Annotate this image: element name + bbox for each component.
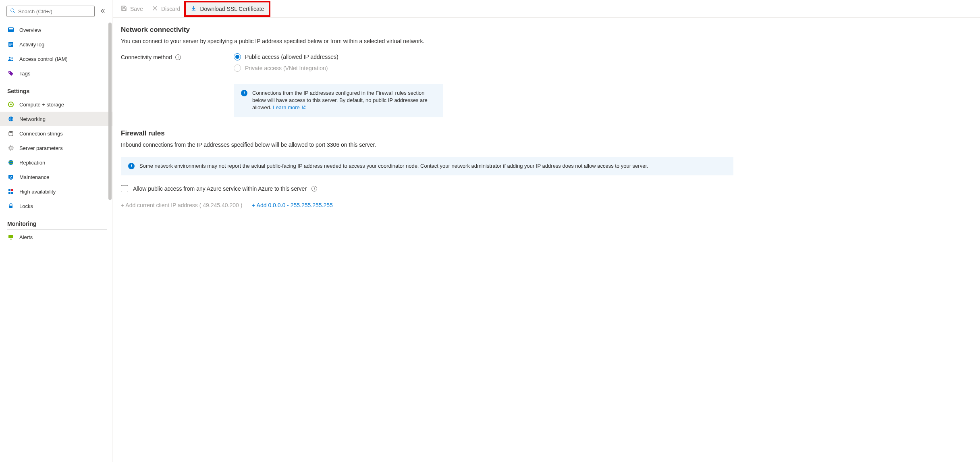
svg-point-9: [11, 57, 13, 59]
svg-rect-22: [11, 189, 13, 191]
sidebar-item-alerts[interactable]: Alerts: [0, 230, 112, 244]
firewall-info-box: i Some network environments may not repo…: [121, 157, 733, 175]
sidebar-item-label: Networking: [19, 116, 46, 122]
search-icon: [10, 8, 16, 15]
sidebar-item-locks[interactable]: Locks: [0, 199, 112, 213]
allow-azure-label: Allow public access from any Azure servi…: [133, 185, 307, 192]
download-ssl-button[interactable]: Download SSL Certificate: [185, 2, 270, 16]
svg-point-0: [11, 8, 14, 12]
svg-rect-23: [8, 192, 10, 194]
lock-icon: [7, 202, 15, 210]
sidebar-item-server-parameters[interactable]: Server parameters: [0, 141, 112, 155]
radio-label: Public access (allowed IP addresses): [245, 54, 338, 60]
save-label: Save: [130, 6, 143, 12]
sidebar-item-access-control[interactable]: Access control (IAM): [0, 52, 112, 66]
connectivity-method-group: Public access (allowed IP addresses) Pri…: [234, 53, 338, 72]
overview-icon: [7, 26, 15, 33]
alerts-icon: [7, 233, 15, 241]
allow-azure-checkbox[interactable]: [121, 185, 128, 192]
collapse-sidebar-button[interactable]: [98, 6, 108, 16]
sidebar-item-tags[interactable]: Tags: [0, 66, 112, 81]
sidebar-item-label: Activity log: [19, 42, 44, 48]
search-input[interactable]: [18, 8, 91, 15]
external-link-icon: [302, 104, 306, 108]
sidebar-item-label: Alerts: [19, 234, 33, 240]
svg-point-16: [9, 131, 13, 133]
svg-rect-24: [11, 192, 13, 194]
info-icon: i: [128, 163, 135, 169]
high-availability-icon: [7, 188, 15, 195]
sidebar-item-connection-strings[interactable]: Connection strings: [0, 126, 112, 141]
info-icon[interactable]: i: [311, 186, 317, 191]
chevron-double-left-icon: [100, 8, 106, 15]
activity-log-icon: [7, 41, 15, 48]
add-current-ip-button: + Add current client IP address ( 49.245…: [121, 202, 242, 208]
add-ip-range-button[interactable]: + Add 0.0.0.0 - 255.255.255.255: [252, 202, 332, 208]
sidebar-item-label: Locks: [19, 203, 33, 209]
sidebar: Overview Activity log Access control (IA…: [0, 0, 113, 462]
svg-rect-26: [8, 235, 13, 238]
svg-rect-20: [10, 179, 12, 180]
sidebar-item-label: High availability: [19, 189, 56, 195]
sidebar-item-label: Maintenance: [19, 174, 49, 180]
svg-point-10: [9, 72, 10, 73]
discard-icon: [152, 5, 158, 12]
radio-icon: [234, 65, 241, 72]
sidebar-item-networking[interactable]: Networking: [0, 112, 112, 126]
discard-label: Discard: [161, 6, 180, 12]
sidebar-item-label: Replication: [19, 160, 45, 166]
connectivity-info-box: i Connections from the IP addresses conf…: [234, 84, 443, 117]
main-content: Save Discard Download SSL Certificate Ne…: [113, 0, 980, 462]
svg-rect-3: [9, 28, 13, 29]
learn-more-link[interactable]: Learn more: [273, 104, 306, 110]
compute-icon: [7, 101, 15, 108]
network-connectivity-desc: You can connect to your server by specif…: [121, 38, 733, 44]
radio-public-access[interactable]: Public access (allowed IP addresses): [234, 53, 338, 60]
radio-label: Private access (VNet Integration): [245, 65, 328, 71]
maintenance-icon: [7, 173, 15, 181]
info-icon[interactable]: i: [175, 54, 181, 60]
discard-button: Discard: [148, 2, 184, 16]
toolbar: Save Discard Download SSL Certificate: [113, 0, 980, 18]
sidebar-section-monitoring: Monitoring: [0, 213, 112, 229]
search-box[interactable]: [6, 6, 95, 17]
sidebar-item-label: Overview: [19, 27, 41, 33]
download-icon: [191, 5, 197, 12]
radio-icon: [234, 53, 241, 60]
sidebar-section-settings: Settings: [0, 81, 112, 97]
sidebar-item-label: Compute + storage: [19, 102, 64, 108]
firewall-rules-title: Firewall rules: [121, 129, 733, 137]
globe-icon: [7, 159, 15, 166]
svg-rect-21: [8, 189, 10, 191]
sidebar-item-activity-log[interactable]: Activity log: [0, 37, 112, 52]
radio-private-access: Private access (VNet Integration): [234, 65, 338, 72]
svg-rect-2: [8, 27, 14, 32]
svg-point-8: [9, 57, 10, 58]
scrollbar[interactable]: [108, 23, 112, 200]
sidebar-item-label: Tags: [19, 71, 30, 77]
svg-point-18: [8, 160, 13, 165]
firewall-rules-desc: Inbound connections from the IP addresse…: [121, 142, 733, 148]
svg-rect-25: [9, 206, 12, 208]
info-text: Some network environments may not report…: [139, 162, 648, 170]
connection-strings-icon: [7, 130, 15, 137]
network-connectivity-title: Network connectivity: [121, 26, 733, 34]
networking-icon: [7, 115, 15, 123]
sidebar-item-overview[interactable]: Overview: [0, 23, 112, 37]
download-label: Download SSL Certificate: [200, 6, 264, 12]
svg-point-12: [10, 104, 12, 105]
save-icon: [121, 5, 127, 12]
save-button: Save: [117, 2, 147, 16]
sidebar-item-label: Access control (IAM): [19, 56, 68, 62]
svg-point-17: [10, 147, 12, 149]
sidebar-item-maintenance[interactable]: Maintenance: [0, 170, 112, 184]
sidebar-item-label: Connection strings: [19, 131, 63, 137]
sidebar-item-replication[interactable]: Replication: [0, 155, 112, 170]
connectivity-method-label: Connectivity method i: [121, 53, 226, 60]
sidebar-item-compute-storage[interactable]: Compute + storage: [0, 97, 112, 112]
tag-icon: [7, 70, 15, 77]
sidebar-item-high-availability[interactable]: High availability: [0, 184, 112, 199]
svg-rect-27: [10, 239, 12, 239]
info-icon: i: [241, 90, 247, 96]
svg-rect-29: [122, 8, 126, 10]
